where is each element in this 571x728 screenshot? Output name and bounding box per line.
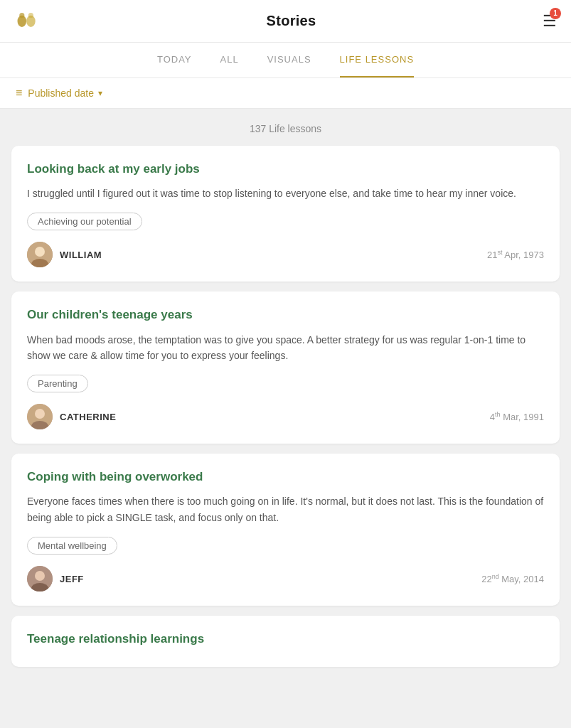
story-title: Our children's teenage years bbox=[27, 307, 544, 323]
story-title: Teenage relationship learnings bbox=[27, 631, 544, 647]
chevron-down-icon: ▾ bbox=[98, 88, 102, 98]
story-title: Coping with being overworked bbox=[27, 469, 544, 485]
story-card[interactable]: Coping with being overworked Everyone fa… bbox=[11, 454, 560, 606]
story-author: JEFF bbox=[27, 566, 84, 592]
story-card[interactable]: Looking back at my early jobs I struggle… bbox=[11, 146, 560, 282]
filter-icon: ≡ bbox=[16, 87, 22, 100]
svg-point-8 bbox=[35, 409, 45, 419]
story-footer: WILLIAM 21st Apr, 1973 bbox=[27, 242, 544, 267]
story-date: 21st Apr, 1973 bbox=[487, 249, 544, 260]
avatar bbox=[27, 404, 53, 429]
avatar bbox=[27, 242, 53, 267]
story-tag[interactable]: Achieving our potential bbox=[27, 213, 142, 230]
app-header: Stories ☰ 1 bbox=[0, 0, 571, 43]
story-tag[interactable]: Parenting bbox=[27, 375, 88, 392]
avatar bbox=[27, 566, 53, 592]
svg-point-11 bbox=[35, 571, 45, 581]
menu-button[interactable]: ☰ 1 bbox=[543, 12, 557, 31]
author-name: WILLIAM bbox=[60, 250, 102, 260]
page-title: Stories bbox=[267, 13, 316, 29]
story-tag[interactable]: Mental wellbeing bbox=[27, 537, 117, 555]
story-card[interactable]: Teenage relationship learnings bbox=[11, 616, 560, 667]
filter-label: Published date bbox=[28, 87, 94, 99]
main-content: 137 Life lessons Looking back at my earl… bbox=[0, 109, 571, 691]
story-footer: JEFF 22nd May, 2014 bbox=[27, 566, 544, 592]
story-author: WILLIAM bbox=[27, 242, 102, 267]
filter-bar[interactable]: ≡ Published date ▾ bbox=[0, 78, 571, 109]
notification-badge: 1 bbox=[550, 8, 561, 19]
author-name: CATHERINE bbox=[60, 412, 116, 422]
navigation-tabs: TODAY ALL VISUALS LIFE LESSONS bbox=[0, 43, 571, 78]
tab-visuals[interactable]: VISUALS bbox=[267, 43, 311, 77]
tab-life-lessons[interactable]: LIFE LESSONS bbox=[340, 43, 414, 77]
tab-today[interactable]: TODAY bbox=[157, 43, 192, 77]
story-excerpt: I struggled until I figured out it was t… bbox=[27, 186, 544, 201]
story-title: Looking back at my early jobs bbox=[27, 161, 544, 177]
svg-point-3 bbox=[28, 13, 33, 18]
logo bbox=[14, 7, 40, 36]
story-card[interactable]: Our children's teenage years When bad mo… bbox=[11, 291, 560, 444]
story-excerpt: When bad moods arose, the temptation was… bbox=[27, 332, 544, 364]
stories-count: 137 Life lessons bbox=[11, 123, 560, 134]
tab-all[interactable]: ALL bbox=[220, 43, 239, 77]
story-date: 22nd May, 2014 bbox=[481, 573, 544, 584]
story-footer: CATHERINE 4th Mar, 1991 bbox=[27, 404, 544, 429]
author-name: JEFF bbox=[60, 574, 84, 584]
story-author: CATHERINE bbox=[27, 404, 116, 429]
svg-point-5 bbox=[35, 247, 45, 257]
svg-point-1 bbox=[19, 13, 24, 18]
story-excerpt: Everyone faces times when there is too m… bbox=[27, 493, 544, 525]
story-date: 4th Mar, 1991 bbox=[490, 411, 544, 422]
